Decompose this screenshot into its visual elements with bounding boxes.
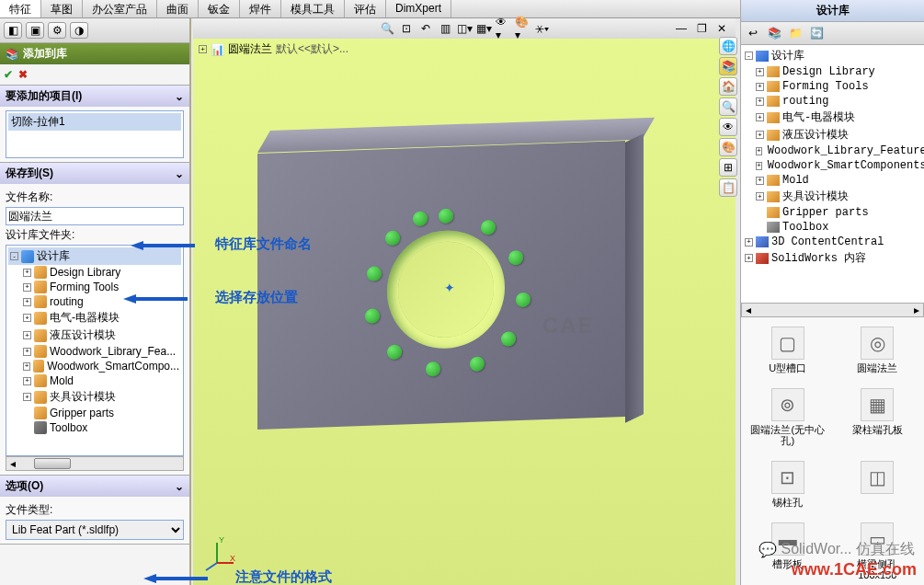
tree-item[interactable]: Toolbox (8, 420, 181, 435)
tree-item[interactable]: +SolidWorks 内容 (743, 249, 922, 267)
expand-icon[interactable]: + (745, 238, 753, 247)
tree-item[interactable]: +电气-电器模块 (8, 309, 181, 327)
expand-icon[interactable]: - (745, 52, 753, 60)
thumb-item[interactable]: ⊚圆端法兰(无中心孔) (747, 384, 829, 450)
tree-item[interactable]: +Forming Tools (743, 79, 922, 94)
restore-button[interactable]: ❐ (693, 21, 710, 36)
expand-icon[interactable]: + (23, 298, 31, 306)
pm-tab-config-icon[interactable]: ⚙ (48, 22, 66, 39)
library-tree[interactable]: -设计库 +Design Library +Forming Tools +rou… (741, 45, 924, 303)
expand-icon[interactable]: + (23, 314, 31, 322)
tab-feature[interactable]: 特征 (0, 0, 41, 17)
tree-item[interactable]: +Woodwork_SmartComponents (743, 158, 922, 173)
tab-sketch[interactable]: 草图 (41, 0, 83, 17)
taskpane-view-icon[interactable]: 👁 (719, 118, 737, 136)
tree-item[interactable]: +Woodwork_Library_Fea... (8, 344, 181, 359)
tree-item[interactable]: +Design Library (743, 64, 922, 79)
expand-icon[interactable]: + (199, 45, 207, 53)
taskpane-search-icon[interactable]: 🔍 (719, 98, 737, 116)
thumb-item[interactable]: ◫ (837, 457, 919, 511)
tree-item[interactable]: +液压设计模块 (743, 126, 922, 143)
tree-item[interactable]: +routing (743, 94, 922, 109)
horizontal-scrollbar[interactable]: ◂ (6, 456, 184, 471)
expand-icon[interactable]: + (756, 68, 764, 76)
tab-weld[interactable]: 焊件 (240, 0, 281, 17)
tab-office[interactable]: 办公室产品 (83, 0, 157, 17)
expand-icon[interactable]: + (23, 331, 31, 339)
expand-icon[interactable]: + (23, 269, 31, 277)
collapse-icon[interactable]: ⌄ (175, 90, 184, 103)
tree-item[interactable]: +夹具设计模块 (743, 188, 922, 205)
section-view-icon[interactable]: ▥ (437, 21, 453, 36)
tree-item[interactable]: +Woodwork_Library_Features (743, 143, 922, 158)
chart-icon[interactable]: 📊 (211, 43, 224, 56)
tree-item[interactable]: Gripper parts (743, 205, 922, 220)
collapse-icon[interactable]: ⌄ (175, 167, 184, 180)
expand-icon[interactable]: + (756, 147, 762, 155)
expand-icon[interactable]: + (756, 162, 762, 170)
tree-item[interactable]: +Design Library (8, 265, 181, 280)
folder-tree[interactable]: - 设计库 +Design Library +Forming Tools +ro… (6, 245, 184, 456)
tree-root[interactable]: -设计库 (743, 47, 922, 64)
taskpane-resources-icon[interactable]: 🌐 (719, 37, 737, 55)
tab-dimxpert[interactable]: DimXpert (386, 0, 451, 17)
collapse-icon[interactable]: ⌄ (175, 480, 184, 493)
taskpane-explorer-icon[interactable]: 🏠 (719, 77, 737, 96)
thumb-item[interactable]: ⊡锡柱孔 (747, 457, 829, 511)
tree-item[interactable]: +电气-电器模块 (743, 109, 922, 126)
taskpane-custom2-icon[interactable]: 📋 (719, 178, 737, 197)
back-icon[interactable]: ↩ (744, 25, 762, 41)
taskpane-custom-icon[interactable]: ⊞ (719, 158, 737, 177)
expand-icon[interactable]: + (756, 113, 764, 121)
minimize-button[interactable]: — (673, 21, 690, 36)
expand-icon[interactable]: + (23, 283, 31, 292)
zoom-fit-icon[interactable]: 🔍 (379, 21, 395, 36)
filename-input[interactable] (6, 207, 184, 225)
tree-item[interactable]: +Mold (743, 173, 922, 188)
expand-icon[interactable]: - (10, 252, 18, 260)
section-items-header[interactable]: 要添加的项目(I) ⌄ (0, 86, 189, 107)
list-item[interactable]: 切除-拉伸1 (8, 113, 181, 131)
view-orient-icon[interactable]: ◫▾ (456, 21, 473, 36)
expand-icon[interactable]: + (756, 192, 764, 201)
prev-view-icon[interactable]: ↶ (417, 21, 434, 36)
tree-item[interactable]: +3D ContentCentral (743, 235, 922, 249)
scene-icon[interactable]: 🎨▾ (514, 21, 530, 36)
expand-icon[interactable]: + (23, 377, 31, 385)
tree-item[interactable]: +Woodwork_SmartCompo... (8, 359, 181, 373)
section-options-header[interactable]: 选项(O) ⌄ (0, 476, 189, 497)
section-saveto-header[interactable]: 保存到(S) ⌄ (0, 163, 189, 184)
horizontal-scrollbar[interactable]: ◂ ▸ (741, 303, 924, 317)
apply-scene-icon[interactable]: ⚹▾ (533, 21, 550, 36)
close-button[interactable]: ✕ (713, 21, 730, 36)
pm-tab-display-icon[interactable]: ◑ (70, 22, 88, 39)
ok-button[interactable]: ✔ (4, 68, 13, 81)
taskpane-appearance-icon[interactable]: 🎨 (719, 138, 737, 156)
scroll-thumb[interactable] (34, 458, 71, 469)
thumb-item[interactable]: ◎圆端法兰 (837, 323, 919, 377)
expand-icon[interactable]: + (745, 254, 753, 262)
expand-icon[interactable]: + (756, 83, 764, 91)
expand-icon[interactable]: + (23, 393, 31, 401)
tree-item[interactable]: +夹具设计模块 (8, 388, 181, 406)
zoom-area-icon[interactable]: ⊡ (398, 21, 415, 36)
refresh-icon[interactable]: 🔄 (807, 25, 826, 41)
tree-item[interactable]: Toolbox (743, 220, 922, 235)
pm-tab-feature-icon[interactable]: ◧ (4, 22, 22, 39)
expand-icon[interactable]: + (23, 362, 30, 371)
tree-item[interactable]: +Mold (8, 373, 181, 388)
filetype-select[interactable]: Lib Feat Part (*.sldlfp) (6, 520, 184, 540)
expand-icon[interactable]: + (756, 98, 764, 106)
breadcrumb-part[interactable]: 圆端法兰 (228, 41, 272, 57)
expand-icon[interactable]: + (756, 131, 764, 139)
cancel-button[interactable]: ✖ (18, 68, 28, 81)
thumb-item[interactable]: ▦梁柱端孔板 (837, 384, 919, 450)
taskpane-designlib-icon[interactable]: 📚 (719, 57, 737, 75)
tab-surface[interactable]: 曲面 (157, 0, 199, 17)
hide-show-icon[interactable]: 👁▾ (495, 21, 511, 36)
display-style-icon[interactable]: ▦▾ (475, 21, 492, 36)
items-listbox[interactable]: 切除-拉伸1 (6, 110, 184, 158)
add-lib-icon[interactable]: 📚 (765, 25, 783, 41)
thumb-item[interactable]: ▢U型槽口 (747, 323, 829, 377)
tab-eval[interactable]: 评估 (345, 0, 386, 17)
